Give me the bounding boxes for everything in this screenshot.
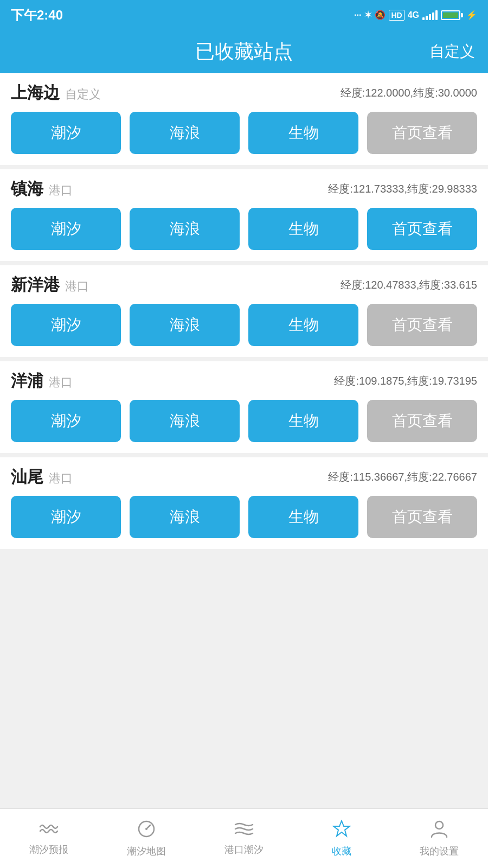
battery-icon [441, 10, 460, 20]
station-card-zhenhai: 镇海港口经度:121.73333,纬度:29.98333潮汐海浪生物首页查看 [0, 169, 488, 261]
station-name-row-shanghai: 上海边自定义 [11, 82, 101, 104]
station-coords-xinyanggang: 经度:120.47833,纬度:33.615 [341, 278, 477, 292]
station-name-row-zhenhai: 镇海港口 [11, 178, 73, 200]
btn-shanghai-海浪[interactable]: 海浪 [130, 112, 240, 154]
station-name-shanghai: 上海边 [11, 82, 60, 104]
btn-zhenhai-海浪[interactable]: 海浪 [130, 208, 240, 250]
station-coords-shanwei: 经度:115.36667,纬度:22.76667 [328, 470, 477, 484]
btn-xinyanggang-潮汐[interactable]: 潮汐 [11, 304, 121, 346]
btn-yangpu-首页查看[interactable]: 首页查看 [367, 400, 477, 442]
svg-point-1 [145, 828, 147, 830]
station-name-yangpu: 洋浦 [11, 370, 43, 392]
station-coords-zhenhai: 经度:121.73333,纬度:29.98333 [328, 182, 477, 196]
signal-icon: 4G [408, 10, 419, 20]
btn-shanghai-生物[interactable]: 生物 [248, 112, 358, 154]
star-icon [332, 820, 351, 843]
bluetooth-icon: ✶ [364, 10, 371, 20]
nav-settings-label: 我的设置 [420, 845, 459, 858]
station-name-zhenhai: 镇海 [11, 178, 43, 200]
station-type-shanghai: 自定义 [65, 86, 101, 103]
waves-icon [39, 821, 59, 841]
nav-tidal-map[interactable]: 潮汐地图 [98, 809, 195, 868]
page-header: 已收藏站点 自定义 [0, 30, 488, 73]
station-coords-shanghai: 经度:122.0000,纬度:30.0000 [341, 86, 477, 100]
station-header-shanwei: 汕尾港口经度:115.36667,纬度:22.76667 [11, 466, 477, 488]
svg-marker-2 [333, 821, 350, 836]
nav-settings[interactable]: 我的设置 [390, 809, 488, 868]
nav-tidal-forecast[interactable]: 潮汐预报 [0, 809, 98, 868]
station-type-xinyanggang: 港口 [65, 278, 89, 295]
person-icon [431, 820, 448, 843]
station-header-shanghai: 上海边自定义经度:122.0000,纬度:30.0000 [11, 82, 477, 104]
station-buttons-yangpu: 潮汐海浪生物首页查看 [11, 400, 477, 442]
btn-zhenhai-潮汐[interactable]: 潮汐 [11, 208, 121, 250]
station-header-zhenhai: 镇海港口经度:121.73333,纬度:29.98333 [11, 178, 477, 200]
gauge-icon [137, 820, 156, 843]
station-name-row-xinyanggang: 新洋港港口 [11, 274, 89, 296]
page-title: 已收藏站点 [195, 39, 293, 65]
nav-favorites[interactable]: 收藏 [293, 809, 390, 868]
lines-icon [234, 821, 254, 841]
status-time: 下午2:40 [11, 7, 63, 24]
btn-yangpu-生物[interactable]: 生物 [248, 400, 358, 442]
btn-yangpu-潮汐[interactable]: 潮汐 [11, 400, 121, 442]
station-coords-yangpu: 经度:109.1875,纬度:19.73195 [334, 374, 477, 388]
btn-xinyanggang-首页查看[interactable]: 首页查看 [367, 304, 477, 346]
station-card-shanwei: 汕尾港口经度:115.36667,纬度:22.76667潮汐海浪生物首页查看 [0, 457, 488, 549]
bottom-nav: 潮汐预报 潮汐地图 港口潮汐 收藏 [0, 808, 488, 868]
nav-port-tidal[interactable]: 港口潮汐 [195, 809, 293, 868]
station-list: 上海边自定义经度:122.0000,纬度:30.0000潮汐海浪生物首页查看镇海… [0, 73, 488, 808]
hd-icon: HD [389, 10, 404, 21]
station-name-shanwei: 汕尾 [11, 466, 43, 488]
station-name-row-shanwei: 汕尾港口 [11, 466, 73, 488]
btn-shanghai-潮汐[interactable]: 潮汐 [11, 112, 121, 154]
station-name-row-yangpu: 洋浦港口 [11, 370, 73, 392]
nav-tidal-forecast-label: 潮汐预报 [29, 843, 68, 856]
station-type-shanwei: 港口 [49, 470, 73, 487]
status-bar: 下午2:40 ··· ✶ 🔕 HD 4G ⚡ [0, 0, 488, 30]
station-buttons-zhenhai: 潮汐海浪生物首页查看 [11, 208, 477, 250]
btn-shanwei-海浪[interactable]: 海浪 [130, 496, 240, 538]
btn-zhenhai-生物[interactable]: 生物 [248, 208, 358, 250]
nav-port-tidal-label: 港口潮汐 [224, 843, 264, 856]
nav-tidal-map-label: 潮汐地图 [127, 845, 166, 858]
station-buttons-shanghai: 潮汐海浪生物首页查看 [11, 112, 477, 154]
wifi-icon: ··· [354, 10, 361, 20]
battery-tip [461, 13, 463, 17]
nav-favorites-label: 收藏 [332, 845, 351, 858]
station-type-zhenhai: 港口 [49, 182, 73, 199]
btn-zhenhai-首页查看[interactable]: 首页查看 [367, 208, 477, 250]
btn-shanwei-生物[interactable]: 生物 [248, 496, 358, 538]
station-name-xinyanggang: 新洋港 [11, 274, 60, 296]
station-buttons-xinyanggang: 潮汐海浪生物首页查看 [11, 304, 477, 346]
silent-icon: 🔕 [375, 10, 386, 20]
btn-shanwei-首页查看[interactable]: 首页查看 [367, 496, 477, 538]
charging-icon: ⚡ [466, 10, 477, 20]
btn-shanghai-首页查看[interactable]: 首页查看 [367, 112, 477, 154]
station-card-yangpu: 洋浦港口经度:109.1875,纬度:19.73195潮汐海浪生物首页查看 [0, 361, 488, 453]
status-icons: ··· ✶ 🔕 HD 4G ⚡ [354, 10, 477, 21]
customize-button[interactable]: 自定义 [429, 41, 475, 62]
btn-xinyanggang-海浪[interactable]: 海浪 [130, 304, 240, 346]
station-header-xinyanggang: 新洋港港口经度:120.47833,纬度:33.615 [11, 274, 477, 296]
station-card-xinyanggang: 新洋港港口经度:120.47833,纬度:33.615潮汐海浪生物首页查看 [0, 265, 488, 357]
station-type-yangpu: 港口 [49, 374, 73, 391]
station-buttons-shanwei: 潮汐海浪生物首页查看 [11, 496, 477, 538]
signal-bars [422, 10, 438, 20]
btn-shanwei-潮汐[interactable]: 潮汐 [11, 496, 121, 538]
station-card-shanghai: 上海边自定义经度:122.0000,纬度:30.0000潮汐海浪生物首页查看 [0, 73, 488, 165]
svg-point-3 [435, 821, 443, 829]
btn-xinyanggang-生物[interactable]: 生物 [248, 304, 358, 346]
btn-yangpu-海浪[interactable]: 海浪 [130, 400, 240, 442]
station-header-yangpu: 洋浦港口经度:109.1875,纬度:19.73195 [11, 370, 477, 392]
